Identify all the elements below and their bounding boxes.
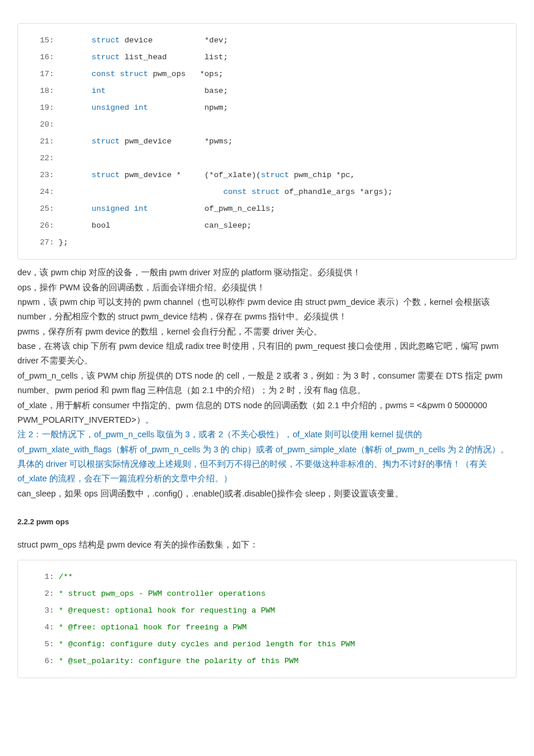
desc-dev: dev，该 pwm chip 对应的设备，一般由 pwm driver 对应的 … — [17, 265, 517, 280]
section-intro: struct pwm_ops 结构是 pwm device 有关的操作函数集，如… — [17, 538, 517, 552]
desc-base: base，在将该 chip 下所有 pwm device 组成 radix tr… — [17, 339, 517, 369]
explanation-block: dev，该 pwm chip 对应的设备，一般由 pwm driver 对应的 … — [17, 265, 517, 501]
code-block-pwm-chip: 15: struct device *dev; 16: struct list_… — [17, 23, 517, 260]
code-block-pwm-ops: 1: /** 2: * struct pwm_ops - PWM control… — [17, 560, 517, 678]
desc-can-sleep: can_sleep，如果 ops 回调函数中，.config()，.enable… — [17, 487, 517, 501]
desc-of-xlate: of_xlate，用于解析 consumer 中指定的、pwm 信息的 DTS … — [17, 398, 517, 428]
desc-of-pwm-n-cells: of_pwm_n_cells，该 PWM chip 所提供的 DTS node … — [17, 369, 517, 398]
desc-npwm: npwm，该 pwm chip 可以支持的 pwm channel（也可以称作 … — [17, 295, 517, 325]
section-heading-pwm-ops: 2.2.2 pwm ops — [17, 517, 517, 526]
desc-ops: ops，操作 PWM 设备的回调函数，后面会详细介绍。必须提供！ — [17, 280, 517, 295]
note-2: 注 2：一般情况下，of_pwm_n_cells 取值为 3，或者 2（不关心极… — [17, 427, 517, 487]
desc-pwms: pwms，保存所有 pwm device 的数组，kernel 会自行分配，不需… — [17, 325, 517, 339]
